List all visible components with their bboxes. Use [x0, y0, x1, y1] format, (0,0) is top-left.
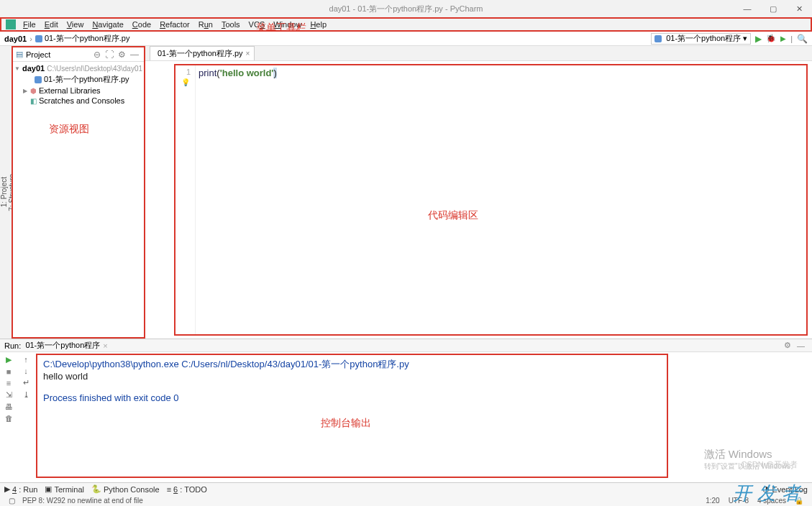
- project-tool-window: ▤ Project ⊖ ⛶ ⚙ — ▼ day01 C:\Users\nl\De…: [12, 46, 145, 339]
- annotation-editor: 代码编辑区: [428, 209, 478, 222]
- line-gutter: 1 💡: [175, 65, 196, 334]
- tree-file[interactable]: 01-第一个python程序.py: [44, 74, 129, 85]
- run-config-selector[interactable]: 01-第一个python程序 ▾: [651, 33, 751, 45]
- search-everywhere-icon[interactable]: 🔍: [797, 34, 808, 44]
- code-editor[interactable]: 1 💡 print('hello world') 代码编辑区: [174, 64, 808, 336]
- scratches-icon: ◧: [30, 97, 37, 105]
- annotation-tree: 资源视图: [49, 123, 89, 136]
- library-icon: ⬢: [30, 87, 37, 95]
- annotation-console: 控制台输出: [321, 417, 371, 430]
- tree-root-path: C:\Users\nl\Desktop\43\day01: [47, 65, 142, 73]
- tree-external-libraries[interactable]: External Libraries: [39, 86, 101, 95]
- csdn-watermark: CSDN @开发者: [742, 459, 798, 470]
- expand-icon[interactable]: ⛶: [105, 50, 114, 60]
- developer-watermark: 开发者: [733, 481, 806, 506]
- menu-navigate[interactable]: Navigate: [88, 19, 127, 29]
- editor-tab[interactable]: 01-第一个python程序.py ×: [150, 46, 255, 60]
- window-title: day01 - 01-第一个python程序.py - PyCharm: [329, 4, 483, 14]
- minimize-button[interactable]: —: [734, 0, 760, 17]
- run-button[interactable]: ▶: [755, 34, 762, 44]
- status-caret-position[interactable]: 1:20: [706, 497, 719, 505]
- separator: |: [790, 34, 793, 43]
- delete-button[interactable]: 🗑: [5, 414, 13, 423]
- close-tab-icon[interactable]: ×: [103, 341, 107, 350]
- python-file-icon: [35, 35, 42, 42]
- navigation-bar: day01 › 01-第一个python程序.py 01-第一个python程序…: [0, 32, 812, 46]
- console-line-exit: Process finished with exit code 0: [43, 392, 661, 403]
- pycharm-logo-icon: [6, 19, 16, 29]
- chevron-down-icon: ▾: [743, 34, 747, 43]
- console-line-stdout: hello world: [43, 371, 661, 382]
- breadcrumb-file[interactable]: 01-第一个python程序.py: [45, 33, 130, 44]
- chevron-down-icon[interactable]: ▼: [14, 65, 20, 72]
- intention-bulb-icon[interactable]: 💡: [181, 78, 190, 86]
- project-icon: ▤: [16, 50, 23, 59]
- up-button[interactable]: ↑: [24, 355, 28, 364]
- bottom-tab-run[interactable]: ▶ 4: Run: [4, 484, 37, 494]
- run-header-label: Run:: [4, 341, 21, 350]
- project-tree[interactable]: ▼ day01 C:\Users\nl\Desktop\43\day01 01-…: [13, 62, 144, 337]
- menu-edit[interactable]: Edit: [40, 19, 63, 29]
- bottom-tab-todo[interactable]: ≡ 6: TODO: [167, 485, 207, 494]
- bottom-tool-stripe: ▶ 4: Run ▣ Terminal 🐍 Python Console ≡ 6…: [0, 482, 812, 495]
- tool-project-tab[interactable]: 1: Project: [0, 172, 8, 211]
- hide-button[interactable]: —: [797, 341, 805, 350]
- run-coverage-button[interactable]: ▶: [780, 34, 786, 42]
- tree-scratches[interactable]: Scratches and Consoles: [39, 96, 124, 105]
- hide-button[interactable]: —: [130, 50, 139, 60]
- menu-bar: FFileile Edit View Navigate Code Refacto…: [0, 17, 812, 32]
- status-bar: ▢ PEP 8: W292 no newline at end of file …: [0, 495, 812, 506]
- status-lint-message: PEP 8: W292 no newline at end of file: [22, 497, 143, 505]
- collapse-all-icon[interactable]: ⊖: [93, 50, 101, 60]
- chevron-right-icon[interactable]: ▶: [23, 88, 30, 94]
- maximize-button[interactable]: ▢: [760, 0, 786, 17]
- tree-root[interactable]: day01: [22, 64, 45, 73]
- close-button[interactable]: ✕: [786, 0, 812, 17]
- scroll-end-button[interactable]: ⤓: [23, 390, 29, 400]
- breadcrumb-root[interactable]: day01: [4, 34, 27, 43]
- run-tool-window: Run: 01-第一个python程序 × ⚙ — ▶ ■ ≡ ⇲ 🖶 🗑 ↑ …: [0, 339, 812, 482]
- close-tab-icon[interactable]: ×: [246, 50, 250, 58]
- window-titlebar: day01 - 01-第一个python程序.py - PyCharm — ▢ …: [0, 0, 812, 17]
- project-header: Project: [26, 50, 50, 59]
- gear-icon[interactable]: ⚙: [784, 341, 791, 350]
- debug-button[interactable]: 🐞: [766, 34, 776, 43]
- run-toolbar: ▶ ■ ≡ ⇲ 🖶 🗑 ↑ ↓ ↵ ⤓: [0, 352, 36, 482]
- rerun-button[interactable]: ▶: [6, 355, 12, 364]
- menu-run[interactable]: Run: [194, 19, 217, 29]
- console-output[interactable]: C:\Develop\python38\python.exe C:/Users/…: [36, 354, 668, 478]
- bottom-tab-terminal[interactable]: ▣ Terminal: [45, 484, 84, 494]
- status-icon: ▢: [9, 497, 15, 505]
- menu-help[interactable]: Help: [306, 19, 331, 29]
- soft-wrap-button[interactable]: ↵: [23, 378, 29, 387]
- down-button[interactable]: ↓: [24, 367, 28, 375]
- menu-refactor[interactable]: Refactor: [155, 19, 194, 29]
- code-area[interactable]: print('hello world'): [196, 65, 806, 334]
- print-button[interactable]: 🖶: [5, 402, 13, 411]
- menu-file[interactable]: FFileile: [19, 19, 40, 29]
- editor-tabs: 01-第一个python程序.py ×: [145, 46, 812, 61]
- python-file-icon: [35, 76, 42, 83]
- menu-tools[interactable]: Tools: [217, 19, 245, 29]
- menu-code[interactable]: Code: [128, 19, 155, 29]
- menu-view[interactable]: View: [63, 19, 88, 29]
- gear-icon[interactable]: ⚙: [118, 50, 126, 60]
- layout-button[interactable]: ≡: [6, 379, 11, 387]
- pin-button[interactable]: ⇲: [6, 390, 12, 400]
- stop-button[interactable]: ■: [6, 367, 12, 376]
- run-tab[interactable]: 01-第一个python程序: [25, 340, 100, 351]
- chevron-right-icon: ›: [29, 34, 32, 43]
- python-file-icon: [654, 35, 662, 42]
- console-line-cmd: C:\Develop\python38\python.exe C:/Users/…: [43, 358, 661, 371]
- bottom-tab-pyconsole[interactable]: 🐍 Python Console: [91, 484, 160, 494]
